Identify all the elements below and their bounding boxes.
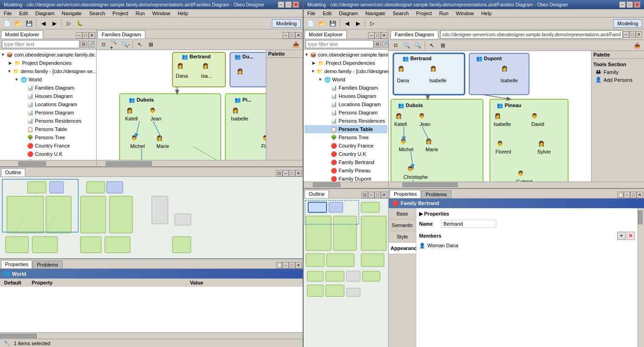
min-diagram-left[interactable]: ─: [282, 32, 289, 39]
props-tab-base[interactable]: Base: [389, 208, 416, 220]
max-diagram-r[interactable]: □: [629, 31, 636, 38]
outline-tab-left[interactable]: Outline: [1, 168, 25, 176]
explorer-tab-left[interactable]: Model Explorer: [1, 30, 43, 39]
diagram-hscroll-right[interactable]: [389, 182, 644, 188]
r-tree-3[interactable]: ▼ 🌐 World: [305, 75, 387, 84]
tree-item-2[interactable]: ▼ 📁 demo.family - [cdo://designer-se...: [1, 67, 95, 75]
export-r[interactable]: 📤: [632, 40, 642, 51]
open-btn-r[interactable]: 📂: [316, 18, 327, 28]
add-member-btn[interactable]: +: [617, 232, 626, 240]
tree-item-3[interactable]: ▼ 🌐 World: [1, 75, 95, 84]
props-close-r[interactable]: ✕: [637, 192, 643, 198]
menu-project-left[interactable]: Project: [111, 10, 130, 17]
diagram-canvas-left[interactable]: 👥 Bertrand 👩 Dana 👩 Isa... 👥 Du... 👩: [97, 50, 266, 160]
diagram-hscroll-left[interactable]: [97, 160, 303, 166]
new-btn-r[interactable]: 📄: [305, 18, 316, 28]
r-tree-15[interactable]: 🔴 Family Dupont: [305, 175, 387, 182]
r-tree-13[interactable]: 🔴 Family Bertrand: [305, 158, 387, 166]
zoom-in-r[interactable]: 🔍: [402, 40, 412, 51]
r-tree-7[interactable]: 📊 Persons Diagram: [305, 108, 387, 117]
props-vscroll-right[interactable]: [638, 208, 644, 347]
export-left[interactable]: 📤: [291, 40, 301, 50]
perspective-btn[interactable]: Modeling: [272, 19, 301, 28]
select-r[interactable]: ↖: [427, 40, 437, 51]
r-tree-4[interactable]: 📊 Families Diagram: [305, 84, 387, 92]
r-tree-0[interactable]: ▼ 📦 com.obeodesigner.sample.family.c...: [305, 51, 387, 59]
forward-btn[interactable]: ▶: [49, 18, 59, 28]
link-editor-left[interactable]: 🔗: [88, 41, 94, 47]
tree-item-12[interactable]: 🔴 Country U.K: [1, 150, 95, 158]
r-tree-2[interactable]: ▼ 📁 demo.family - [cdo://designer-...: [305, 67, 387, 75]
props-max-left[interactable]: □: [289, 262, 295, 268]
menu-run-right[interactable]: Run: [437, 10, 450, 17]
close-explorer-left[interactable]: ✕: [89, 32, 95, 39]
diagram-tab-left[interactable]: Families Diagram: [98, 30, 145, 39]
layer-left[interactable]: ⊞: [146, 40, 156, 50]
open-btn[interactable]: 📂: [13, 18, 23, 28]
menu-search-right[interactable]: Search: [391, 10, 411, 17]
menu-project-right[interactable]: Project: [414, 10, 434, 17]
props-close-left[interactable]: ✕: [295, 262, 302, 268]
toggle-3[interactable]: ▼: [14, 77, 19, 82]
min-explorer-r[interactable]: ─: [368, 32, 374, 39]
save-btn[interactable]: 💾: [24, 18, 34, 28]
link-editor-right[interactable]: 🔗: [382, 41, 388, 47]
minimize-btn-right[interactable]: ─: [619, 1, 626, 8]
remove-member-btn[interactable]: ✕: [627, 232, 635, 240]
select-left[interactable]: ↖: [135, 40, 145, 50]
maximize-explorer-left[interactable]: □: [82, 32, 89, 39]
menu-diagram-left[interactable]: Diagram: [34, 10, 57, 17]
maximize-btn-right[interactable]: □: [627, 1, 633, 8]
tree-item-8[interactable]: 📊 Persons Residences: [1, 117, 95, 125]
menu-diagram-right[interactable]: Diagram: [337, 10, 360, 17]
menu-file-left[interactable]: File: [2, 10, 14, 17]
forward-btn-r[interactable]: ▶: [353, 18, 363, 28]
outline-tab-right[interactable]: Outline: [305, 190, 329, 198]
tree-item-5[interactable]: 📊 Houses Diagram: [1, 92, 95, 100]
address-bar-right[interactable]: [440, 30, 623, 39]
outline-min-r[interactable]: ─: [368, 192, 374, 198]
outline-ctrl-r[interactable]: ⊡: [362, 192, 368, 198]
tree-item-10[interactable]: 🌳 Persons Tree: [1, 133, 95, 142]
member-item-0[interactable]: 👤 Woman Dana: [419, 242, 635, 250]
back-btn[interactable]: ◀: [38, 18, 48, 28]
menu-help-left[interactable]: Help: [176, 10, 190, 17]
r-tree-14[interactable]: 🔴 Family Pineau: [305, 166, 387, 175]
r-tree-5[interactable]: 📊 Houses Diagram: [305, 92, 387, 100]
problems-tab-right[interactable]: Problems: [421, 190, 451, 198]
collapse-all-left[interactable]: ⊟: [80, 41, 87, 47]
toggle-1[interactable]: ▶: [7, 60, 13, 66]
props-tab-right[interactable]: Properties: [390, 190, 421, 198]
menu-run-left[interactable]: Run: [134, 10, 147, 17]
r-tree-11[interactable]: 🔴 Country France: [305, 142, 387, 150]
tree-item-4[interactable]: 📊 Families Diagram: [1, 84, 95, 92]
filter-input-right[interactable]: [305, 40, 374, 48]
tree-item-11[interactable]: 🔴 Country France: [1, 142, 95, 150]
tree-item-6[interactable]: 📊 Locations Diagram: [1, 100, 95, 108]
toggle-2[interactable]: ▼: [7, 68, 12, 74]
outline-min-left[interactable]: ─: [282, 170, 289, 176]
filter-input-left[interactable]: [2, 40, 80, 48]
max-explorer-r[interactable]: □: [374, 32, 381, 39]
close-explorer-r[interactable]: ✕: [381, 32, 387, 39]
maximize-btn[interactable]: □: [285, 1, 292, 8]
props-hscroll-left[interactable]: [0, 332, 303, 339]
debug-btn[interactable]: 🐛: [75, 18, 85, 28]
perspective-btn-r[interactable]: Modeling: [613, 19, 642, 28]
props-tab-style[interactable]: Style: [389, 231, 416, 243]
menu-navigate-left[interactable]: Navigate: [60, 10, 83, 17]
explorer-tab-right[interactable]: Model Explorer: [305, 30, 347, 39]
palette-item-add-persons[interactable]: 👤 Add Persons: [593, 76, 642, 84]
menu-edit-right[interactable]: Edit: [321, 10, 334, 17]
r-tree-1[interactable]: ▶ 📁 Project Dependencies: [305, 59, 387, 67]
outline-max-left[interactable]: □: [289, 170, 295, 176]
r-tree-9[interactable]: 📋 Persons Table: [305, 125, 387, 133]
tree-item-7[interactable]: 📊 Persons Diagram: [1, 108, 95, 117]
tree-item-9[interactable]: 📋 Persons Table: [1, 125, 95, 133]
outline-max-r[interactable]: □: [374, 192, 381, 198]
props-min-left[interactable]: ─: [282, 262, 289, 268]
menu-navigate-right[interactable]: Navigate: [363, 10, 387, 17]
close-btn[interactable]: ✕: [293, 1, 299, 8]
diagram-canvas-right[interactable]: 👥 Bertrand 👩 Dana 👩 Isabelle 👥 Dupont 👩 …: [389, 51, 591, 182]
min-diagram-r[interactable]: ─: [623, 31, 629, 38]
